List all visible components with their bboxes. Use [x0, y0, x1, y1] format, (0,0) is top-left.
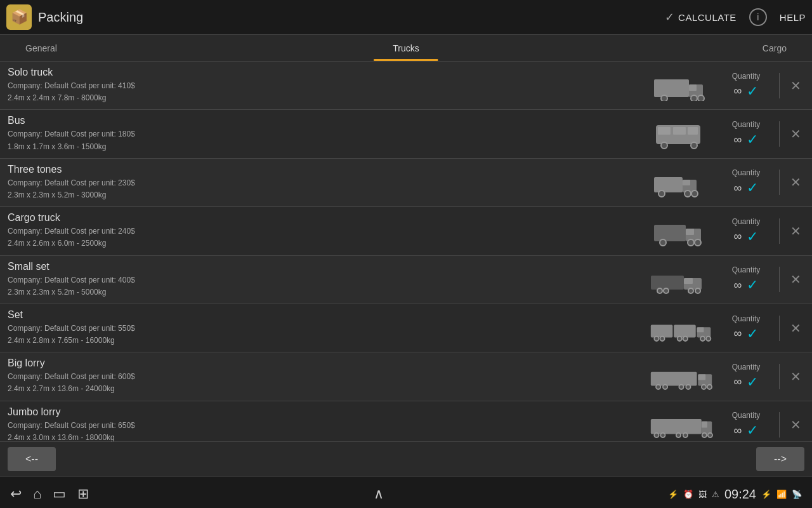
svg-point-11 [691, 142, 697, 149]
quantity-label: Quantity [732, 314, 761, 323]
infinity-button[interactable]: ∞ [734, 327, 742, 340]
check-button[interactable]: ✓ [747, 374, 758, 391]
infinity-button[interactable]: ∞ [734, 182, 742, 195]
delete-button[interactable]: ✕ [787, 75, 804, 97]
truck-detail2: 2.3m x 2.3m x 5.2m - 5000kg [8, 286, 650, 298]
check-button[interactable]: ✓ [747, 180, 758, 196]
svg-rect-23 [686, 229, 694, 235]
truck-detail2: 2.4m x 2.6m x 6.0m - 2500kg [8, 237, 650, 250]
divider [779, 73, 780, 98]
quantity-column: Quantity ∞ ✓ [721, 265, 771, 293]
quantity-label: Quantity [732, 168, 761, 177]
svg-point-4 [698, 95, 704, 101]
truck-controls: Quantity ∞ ✓ ✕ [650, 165, 804, 200]
table-row: Bus Company: Default Cost per unit: 180$… [0, 110, 812, 158]
quantity-column: Quantity ∞ ✓ [721, 120, 771, 148]
delete-button[interactable]: ✕ [787, 220, 804, 242]
tab-general[interactable]: General [6, 35, 76, 61]
infinity-button[interactable]: ∞ [734, 279, 742, 292]
truck-name: Solo truck [8, 67, 650, 78]
check-button[interactable]: ✓ [747, 326, 758, 342]
svg-rect-32 [674, 324, 696, 337]
delete-button[interactable]: ✕ [787, 123, 804, 145]
delete-button[interactable]: ✕ [787, 366, 804, 387]
app-icon: 📦 [6, 4, 32, 30]
delete-button[interactable]: ✕ [787, 414, 804, 436]
truck-info: Solo truck Company: Default Cost per uni… [8, 67, 650, 104]
svg-point-55 [676, 433, 681, 438]
quantity-controls: ∞ ✓ [734, 131, 759, 148]
truck-name: Small set [8, 261, 650, 272]
recents-icon[interactable]: ▭ [53, 486, 66, 502]
quantity-column: Quantity ∞ ✓ [721, 168, 771, 196]
delete-button[interactable]: ✕ [787, 318, 804, 339]
svg-rect-5 [689, 84, 697, 91]
app-title: Packing [38, 10, 83, 25]
check-button[interactable]: ✓ [747, 277, 758, 293]
svg-rect-18 [654, 225, 686, 241]
svg-point-29 [688, 288, 693, 293]
truck-info: Big lorry Company: Default Cost per unit… [8, 358, 650, 395]
quantity-column: Quantity ∞ ✓ [721, 314, 771, 342]
tab-trucks[interactable]: Trucks [374, 35, 438, 61]
infinity-button[interactable]: ∞ [734, 133, 742, 147]
check-button[interactable]: ✓ [747, 422, 758, 439]
check-button[interactable]: ✓ [747, 131, 758, 148]
svg-point-35 [654, 336, 658, 340]
svg-point-39 [700, 336, 705, 340]
svg-point-45 [663, 385, 667, 389]
svg-rect-7 [658, 127, 671, 135]
infinity-button[interactable]: ∞ [734, 424, 742, 438]
quantity-label: Quantity [732, 72, 761, 81]
svg-point-54 [660, 433, 665, 438]
svg-point-22 [695, 239, 701, 246]
alarm-icon: ⏰ [683, 490, 693, 499]
svg-point-56 [683, 433, 688, 438]
infinity-button[interactable]: ∞ [734, 230, 742, 243]
table-row: Big lorry Company: Default Cost per unit… [0, 352, 812, 401]
help-button[interactable]: HELP [780, 12, 806, 23]
truck-image [650, 262, 713, 297]
delete-button[interactable]: ✕ [787, 269, 804, 290]
truck-detail2: 2.4m x 3.0m x 13.6m - 18000kg [8, 432, 650, 441]
table-row: Three tones Company: Default Cost per un… [0, 159, 812, 207]
svg-rect-50 [651, 419, 702, 434]
truck-detail1: Company: Default Cost per unit: 230$ [8, 177, 650, 189]
table-row: Set Company: Default Cost per unit: 550$… [0, 304, 812, 352]
svg-point-27 [657, 288, 662, 293]
svg-rect-8 [673, 127, 686, 135]
forward-button[interactable]: --> [756, 447, 804, 471]
truck-info: Jumbo lorry Company: Default Cost per un… [8, 406, 650, 441]
check-button[interactable]: ✓ [747, 229, 758, 245]
svg-point-36 [660, 336, 664, 340]
truck-detail2: 1.8m x 1.7m x 3.6m - 1500kg [8, 141, 650, 153]
truck-image [650, 117, 713, 152]
tab-cargo[interactable]: Cargo [743, 35, 806, 61]
infinity-button[interactable]: ∞ [734, 84, 742, 98]
infinity-button[interactable]: ∞ [734, 375, 742, 389]
check-button[interactable]: ✓ [747, 83, 758, 100]
grid-icon[interactable]: ⊞ [77, 486, 89, 502]
back-button[interactable]: <-- [8, 447, 56, 471]
quantity-column: Quantity ∞ ✓ [721, 72, 771, 100]
svg-point-53 [654, 433, 658, 438]
quantity-label: Quantity [732, 120, 761, 129]
svg-rect-9 [688, 127, 698, 135]
info-button[interactable]: i [749, 8, 767, 26]
calculate-button[interactable]: ✓ CALCULATE [665, 10, 737, 24]
chevron-up-icon[interactable]: ∧ [374, 486, 384, 502]
svg-rect-41 [651, 372, 697, 386]
image-icon: 🖼 [698, 490, 707, 499]
back-nav-icon[interactable]: ↩ [10, 486, 22, 502]
truck-detail2: 2.3m x 2.3m x 5.2m - 3000kg [8, 189, 650, 201]
delete-button[interactable]: ✕ [787, 171, 804, 193]
truck-image [650, 165, 713, 200]
svg-rect-26 [684, 278, 693, 284]
truck-image [650, 213, 713, 248]
truck-detail1: Company: Default Cost per unit: 600$ [8, 371, 650, 383]
truck-info: Small set Company: Default Cost per unit… [8, 261, 650, 298]
home-icon[interactable]: ⌂ [33, 486, 41, 502]
quantity-label: Quantity [732, 265, 761, 274]
truck-name: Set [8, 309, 650, 321]
truck-detail1: Company: Default Cost per unit: 650$ [8, 420, 650, 432]
